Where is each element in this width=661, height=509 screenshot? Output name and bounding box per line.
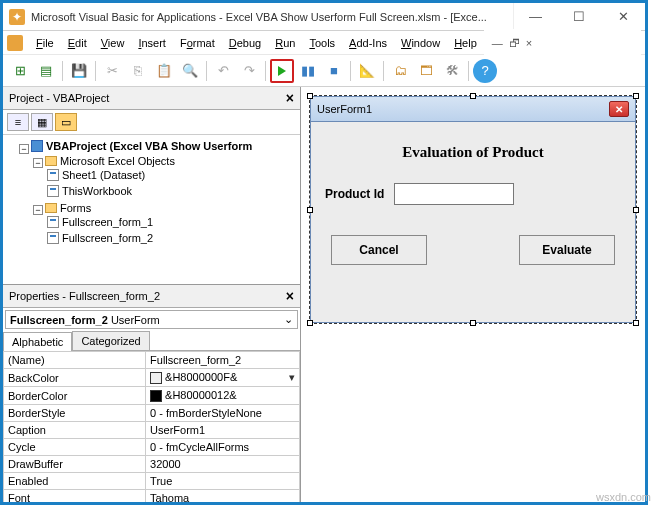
- collapse-icon[interactable]: −: [33, 158, 43, 168]
- close-button[interactable]: ✕: [601, 3, 645, 30]
- prop-name[interactable]: Cycle: [4, 439, 146, 456]
- play-icon: [278, 66, 286, 76]
- insert-module-button[interactable]: ▤: [34, 59, 58, 83]
- run-button[interactable]: [270, 59, 294, 83]
- maximize-button[interactable]: ☐: [557, 3, 601, 30]
- project-tree[interactable]: −VBAProject (Excel VBA Show Userform −Mi…: [3, 135, 300, 285]
- userform-close-button[interactable]: ✕: [609, 101, 629, 117]
- menu-run[interactable]: Run: [268, 34, 302, 52]
- resize-handle[interactable]: [307, 93, 313, 99]
- product-id-textbox[interactable]: [394, 183, 514, 205]
- prop-value[interactable]: UserForm1: [146, 422, 300, 439]
- prop-name[interactable]: Font: [4, 490, 146, 502]
- menu-help[interactable]: Help: [447, 34, 484, 52]
- form2-node[interactable]: Fullscreen_form_2: [62, 232, 153, 244]
- menu-edit[interactable]: Edit: [61, 34, 94, 52]
- sheet1-node[interactable]: Sheet1 (Dataset): [62, 169, 145, 181]
- save-button[interactable]: 💾: [67, 59, 91, 83]
- menu-tools[interactable]: Tools: [302, 34, 342, 52]
- object-selector[interactable]: Fullscreen_form_2 UserForm ⌄: [5, 310, 298, 329]
- break-button[interactable]: ▮▮: [296, 59, 320, 83]
- selection-frame[interactable]: UserForm1 ✕ Evaluation of Product Produc…: [309, 95, 637, 324]
- view-object-button[interactable]: ▦: [31, 113, 53, 131]
- menu-file[interactable]: File: [29, 34, 61, 52]
- reset-button[interactable]: ■: [322, 59, 346, 83]
- userform[interactable]: UserForm1 ✕ Evaluation of Product Produc…: [310, 96, 636, 323]
- form-icon: [47, 216, 59, 228]
- prop-name[interactable]: Enabled: [4, 473, 146, 490]
- properties-panel-title: Properties - Fullscreen_form_2: [9, 290, 160, 302]
- tab-alphabetic[interactable]: Alphabetic: [3, 332, 72, 351]
- mdi-max-button[interactable]: 🗗: [509, 37, 520, 49]
- workbook-icon: [47, 185, 59, 197]
- form-icon: [47, 232, 59, 244]
- standard-toolbar: ⊞ ▤ 💾 ✂ ⎘ 📋 🔍 ↶ ↷ ▮▮ ■ 📐 🗂 🗔 🛠 ?: [3, 55, 645, 87]
- toggle-folders-button[interactable]: ▭: [55, 113, 77, 131]
- prop-name[interactable]: BackColor: [4, 369, 146, 387]
- prop-name[interactable]: BorderStyle: [4, 405, 146, 422]
- paste-button[interactable]: 📋: [152, 59, 176, 83]
- mdi-restore-button[interactable]: —: [492, 37, 503, 49]
- thisworkbook-node[interactable]: ThisWorkbook: [62, 185, 132, 197]
- userform-titlebar[interactable]: UserForm1 ✕: [311, 97, 635, 122]
- properties-panel-close[interactable]: ×: [286, 288, 294, 304]
- prop-value[interactable]: 32000: [146, 456, 300, 473]
- prop-name[interactable]: Caption: [4, 422, 146, 439]
- tab-categorized[interactable]: Categorized: [72, 331, 149, 350]
- project-root[interactable]: VBAProject (Excel VBA Show Userform: [46, 140, 252, 152]
- prop-value[interactable]: 0 - fmCycleAllForms: [146, 439, 300, 456]
- prop-value[interactable]: &H8000000F&: [146, 369, 300, 387]
- design-mode-button[interactable]: 📐: [355, 59, 379, 83]
- project-panel-close[interactable]: ×: [286, 90, 294, 106]
- undo-button[interactable]: ↶: [211, 59, 235, 83]
- view-code-button[interactable]: ≡: [7, 113, 29, 131]
- menu-debug[interactable]: Debug: [222, 34, 268, 52]
- object-browser-button[interactable]: 🛠: [440, 59, 464, 83]
- prop-value[interactable]: True: [146, 473, 300, 490]
- menu-insert[interactable]: Insert: [131, 34, 173, 52]
- menu-window[interactable]: Window: [394, 34, 447, 52]
- menu-format[interactable]: Format: [173, 34, 222, 52]
- evaluate-button[interactable]: Evaluate: [519, 235, 615, 265]
- menu-view[interactable]: View: [94, 34, 132, 52]
- collapse-icon[interactable]: −: [33, 205, 43, 215]
- prop-value[interactable]: 0 - fmBorderStyleNone: [146, 405, 300, 422]
- resize-handle[interactable]: [470, 93, 476, 99]
- copy-button[interactable]: ⎘: [126, 59, 150, 83]
- chevron-down-icon: ⌄: [284, 313, 293, 326]
- watermark: wsxdn.com: [596, 491, 651, 503]
- minimize-button[interactable]: —: [513, 3, 557, 30]
- prop-value[interactable]: Tahoma: [146, 490, 300, 502]
- mdi-close-button[interactable]: ×: [526, 37, 532, 49]
- forms-folder[interactable]: Forms: [60, 202, 91, 214]
- redo-button[interactable]: ↷: [237, 59, 261, 83]
- heading-label[interactable]: Evaluation of Product: [325, 144, 621, 161]
- find-button[interactable]: 🔍: [178, 59, 202, 83]
- prop-name[interactable]: DrawBuffer: [4, 456, 146, 473]
- system-icon[interactable]: [7, 35, 23, 51]
- form-designer[interactable]: UserForm1 ✕ Evaluation of Product Produc…: [301, 87, 645, 502]
- help-button[interactable]: ?: [473, 59, 497, 83]
- project-explorer-button[interactable]: 🗂: [388, 59, 412, 83]
- prop-value[interactable]: Fullscreen_form_2: [146, 352, 300, 369]
- prop-name[interactable]: BorderColor: [4, 387, 146, 405]
- form1-node[interactable]: Fullscreen_form_1: [62, 216, 153, 228]
- properties-panel-header: Properties - Fullscreen_form_2 ×: [3, 285, 300, 308]
- menu-bar: File Edit View Insert Format Debug Run T…: [3, 31, 645, 55]
- cut-button[interactable]: ✂: [100, 59, 124, 83]
- resize-handle[interactable]: [633, 93, 639, 99]
- properties-grid[interactable]: (Name)Fullscreen_form_2BackColor&H800000…: [3, 350, 300, 502]
- folder-icon: [45, 203, 57, 213]
- cancel-button[interactable]: Cancel: [331, 235, 427, 265]
- product-id-label[interactable]: Product Id: [325, 187, 384, 201]
- excel-objects-folder[interactable]: Microsoft Excel Objects: [60, 155, 175, 167]
- prop-value[interactable]: &H80000012&: [146, 387, 300, 405]
- menu-addins[interactable]: Add-Ins: [342, 34, 394, 52]
- folder-icon: [45, 156, 57, 166]
- collapse-icon[interactable]: −: [19, 144, 29, 154]
- view-excel-button[interactable]: ⊞: [8, 59, 32, 83]
- properties-window-button[interactable]: 🗔: [414, 59, 438, 83]
- project-panel-header: Project - VBAProject ×: [3, 87, 300, 110]
- prop-name[interactable]: (Name): [4, 352, 146, 369]
- sheet-icon: [47, 169, 59, 181]
